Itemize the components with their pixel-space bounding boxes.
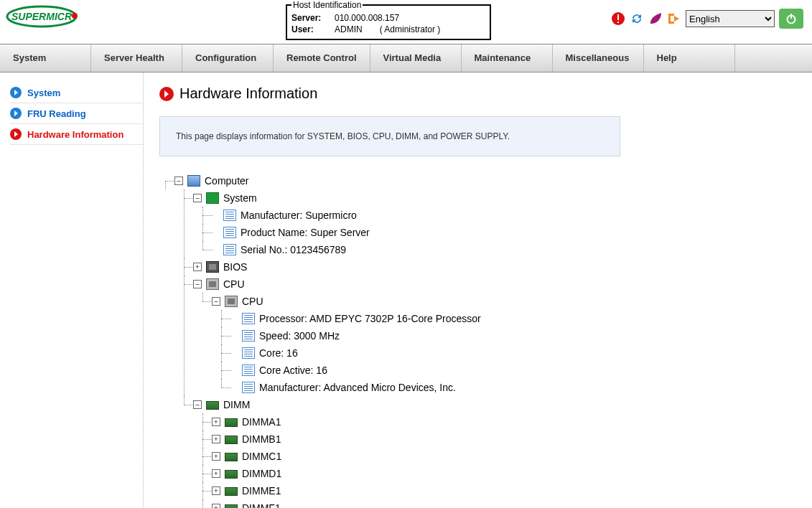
- sidebar-item-label: Hardware Information: [27, 129, 123, 140]
- dimm-icon: [225, 470, 238, 479]
- nav-spacer: [735, 44, 813, 72]
- header: SUPERMICR Host Identification Server: 01…: [0, 0, 812, 39]
- nav-remote-control[interactable]: Remote Control: [274, 44, 370, 72]
- expand-icon[interactable]: +: [212, 469, 220, 478]
- collapse-icon[interactable]: –: [193, 280, 202, 288]
- dimm-icon: [225, 436, 238, 444]
- dimm-icon: [225, 453, 238, 461]
- sidebar-item-system[interactable]: System: [10, 83, 143, 103]
- supermicro-logo: SUPERMICR: [6, 4, 83, 29]
- property-icon: [242, 382, 255, 393]
- collapse-icon[interactable]: –: [193, 194, 202, 202]
- tree-leaf-manufacturer: Manufacturer: Supermicro: [215, 207, 796, 224]
- leaf-icon[interactable]: [648, 11, 663, 26]
- property-icon: [242, 347, 255, 359]
- sidebar-item-label: FRU Reading: [27, 108, 86, 119]
- page-title: Hardware Information: [159, 85, 796, 102]
- tree-leaf-processor: Processor: AMD EPYC 7302P 16-Core Proces…: [234, 310, 796, 327]
- arrow-right-icon: [10, 87, 22, 98]
- logout-icon[interactable]: [667, 11, 681, 26]
- property-icon: [223, 227, 236, 238]
- sidebar-item-label: System: [27, 88, 60, 98]
- tree-node-dimmb1[interactable]: +DIMMB1: [215, 431, 796, 448]
- svg-rect-4: [617, 14, 619, 20]
- computer-icon: [187, 175, 200, 187]
- nav-maintenance[interactable]: Maintenance: [462, 44, 553, 72]
- dimm-icon: [225, 418, 238, 427]
- cpu-icon: [206, 278, 219, 290]
- sidebar-item-fru-reading[interactable]: FRU Reading: [10, 103, 143, 124]
- main-nav: System Server Health Configuration Remot…: [0, 44, 812, 72]
- dimm-icon: [225, 487, 238, 496]
- host-id-legend: Host Identification: [291, 0, 363, 10]
- collapse-icon[interactable]: –: [193, 400, 202, 409]
- tree-leaf-cpu-manufacturer: Manufacturer: Advanced Micro Devices, In…: [234, 379, 796, 396]
- nav-help[interactable]: Help: [644, 44, 735, 72]
- tree-leaf-core-active: Core Active: 16: [234, 362, 796, 379]
- page-description: This page displays information for SYSTE…: [159, 116, 620, 156]
- power-button[interactable]: [779, 9, 803, 29]
- cpu-icon: [225, 296, 238, 307]
- server-label: Server:: [291, 13, 330, 23]
- tree-node-system[interactable]: – System: [197, 189, 796, 207]
- expand-icon[interactable]: +: [212, 504, 220, 508]
- collapse-icon[interactable]: –: [174, 177, 183, 185]
- property-icon: [223, 244, 236, 255]
- dimm-icon: [206, 401, 219, 410]
- nav-virtual-media[interactable]: Virtual Media: [370, 44, 462, 72]
- tree-node-dimma1[interactable]: +DIMMA1: [215, 413, 796, 431]
- svg-text:SUPERMICR: SUPERMICR: [11, 11, 73, 22]
- hardware-tree: – Computer – System Manufactur: [159, 172, 796, 508]
- arrow-right-icon: [10, 108, 22, 119]
- property-icon: [242, 364, 255, 376]
- svg-rect-5: [617, 22, 619, 23]
- user-label: User:: [291, 24, 330, 34]
- tree-node-dimm[interactable]: – DIMM: [197, 396, 796, 413]
- tree-leaf-product-name: Product Name: Super Server: [215, 224, 796, 241]
- server-value: 010.000.008.157: [335, 13, 399, 23]
- tree-node-bios[interactable]: + BIOS: [197, 258, 796, 276]
- property-icon: [242, 330, 255, 342]
- tree-node-cpu-sub[interactable]: – CPU: [215, 293, 796, 310]
- tree-node-dimmd1[interactable]: +DIMMD1: [215, 465, 796, 482]
- bios-icon: [206, 261, 219, 273]
- nav-server-health[interactable]: Server Health: [91, 44, 182, 72]
- host-identification-box: Host Identification Server: 010.000.008.…: [286, 0, 491, 40]
- collapse-icon[interactable]: –: [212, 297, 220, 306]
- sidebar-item-hardware-information[interactable]: Hardware Information: [10, 124, 143, 145]
- expand-icon[interactable]: +: [212, 418, 220, 426]
- header-actions: English: [611, 9, 803, 29]
- tree-node-dimmc1[interactable]: +DIMMC1: [215, 448, 796, 465]
- dimm-icon: [225, 504, 238, 508]
- nav-configuration[interactable]: Configuration: [182, 44, 274, 72]
- tree-node-dimme1[interactable]: +DIMME1: [215, 482, 796, 499]
- svg-point-2: [72, 13, 78, 19]
- expand-icon[interactable]: +: [212, 452, 220, 461]
- property-icon: [223, 210, 236, 221]
- nav-system[interactable]: System: [0, 44, 91, 72]
- nav-miscellaneous[interactable]: Miscellaneous: [553, 44, 644, 72]
- alert-icon[interactable]: [611, 11, 625, 26]
- sidebar: System FRU Reading Hardware Information: [0, 72, 144, 508]
- tree-leaf-serial-no: Serial No.: 0123456789: [215, 241, 796, 258]
- tree-node-dimmf1[interactable]: +DIMMF1: [215, 499, 796, 508]
- refresh-icon[interactable]: [630, 11, 644, 26]
- tree-node-cpu[interactable]: – CPU: [197, 276, 796, 293]
- property-icon: [242, 313, 255, 324]
- expand-icon[interactable]: +: [212, 486, 220, 495]
- tree-leaf-speed: Speed: 3000 MHz: [234, 327, 796, 344]
- user-role-note: ( Administrator ): [380, 24, 441, 34]
- user-value: ADMIN: [335, 24, 363, 34]
- expand-icon[interactable]: +: [212, 435, 220, 443]
- language-select[interactable]: English: [686, 10, 775, 27]
- tree-leaf-core: Core: 16: [234, 344, 796, 362]
- main-panel: Hardware Information This page displays …: [144, 72, 812, 508]
- arrow-right-icon: [159, 87, 174, 101]
- svg-rect-7: [790, 14, 792, 19]
- tree-node-computer[interactable]: – Computer: [178, 172, 796, 189]
- system-icon: [206, 192, 219, 204]
- expand-icon[interactable]: +: [193, 263, 202, 271]
- arrow-right-icon: [10, 128, 22, 140]
